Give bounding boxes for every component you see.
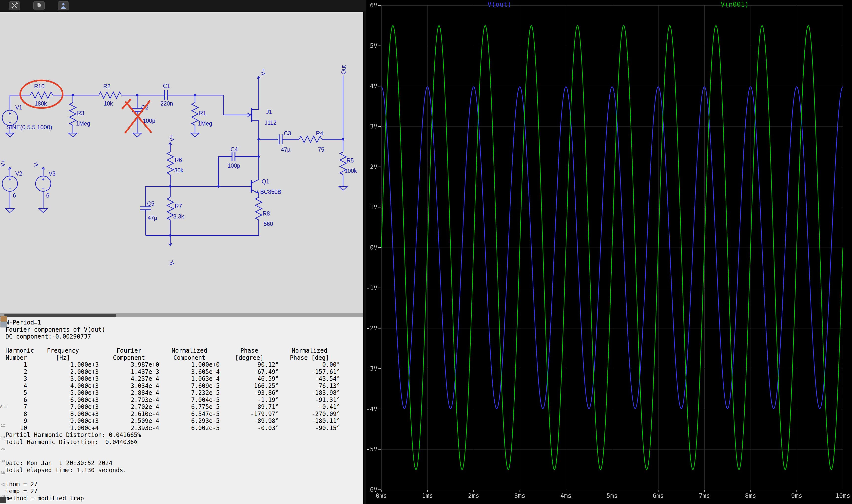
col-header: Frequency bbox=[27, 347, 99, 354]
net-label-vminus-v3: V- bbox=[33, 161, 39, 167]
ruler-number: 24 bbox=[1, 447, 5, 458]
component-value-V2: 6 bbox=[13, 192, 16, 199]
frequency-value: 8.000e+3 bbox=[27, 411, 99, 418]
hand-button[interactable] bbox=[33, 1, 45, 10]
normalized-phase: 76.13° bbox=[279, 382, 340, 390]
harmonic-number: 10 bbox=[5, 425, 27, 432]
phase-value: -0.03° bbox=[220, 425, 279, 432]
component-ref-R2: R2 bbox=[103, 83, 110, 90]
col-header: Phase [deg] bbox=[279, 354, 340, 361]
component-ref-R10: R10 bbox=[34, 83, 45, 90]
ruler-number: 36 bbox=[1, 470, 5, 482]
y-axis-tick-label: 2V bbox=[366, 163, 377, 170]
component-C4[interactable]: C4 100p bbox=[228, 146, 240, 169]
component-value-J1: J112 bbox=[265, 120, 276, 126]
component-ref-R8: R8 bbox=[263, 210, 270, 217]
normalized-component: 3.605e-4 bbox=[159, 368, 220, 376]
fourier-component: 2.509e-4 bbox=[99, 417, 159, 425]
status-corner-icon[interactable] bbox=[0, 497, 6, 503]
log-pane-titlebar[interactable] bbox=[4, 314, 116, 317]
fourier-table-row: 3 3.000e+3 4.237e-4 1.063e-4 46.59° -43.… bbox=[5, 375, 340, 382]
component-J1[interactable]: J1 J112 bbox=[252, 108, 276, 126]
net-label-vplus-r6: V+ bbox=[169, 134, 175, 142]
tools-button[interactable] bbox=[9, 1, 20, 10]
component-value-R3: 1Meg bbox=[76, 120, 90, 127]
waveform-canvas[interactable] bbox=[366, 0, 852, 504]
spice-error-log-pane: N-Period=1Fourier components of V(out)DC… bbox=[0, 313, 363, 504]
document-icon[interactable] bbox=[0, 322, 7, 327]
component-C1[interactable]: C1 220n bbox=[160, 83, 173, 107]
person-button[interactable] bbox=[58, 1, 69, 10]
log-line: temp = 27 bbox=[5, 488, 340, 495]
schematic-pane[interactable]: V1 SINE(0 5.5 1000) R10 180k R2 10k C1 2… bbox=[0, 12, 363, 313]
component-R4[interactable]: R4 75 bbox=[299, 130, 324, 153]
log-line: N-Period=1 bbox=[5, 319, 340, 326]
component-ref-J1: J1 bbox=[266, 109, 272, 115]
component-value-R7: 3.3k bbox=[173, 213, 184, 220]
col-header: [degree] bbox=[220, 354, 279, 361]
component-R2[interactable]: R2 10k bbox=[99, 83, 121, 107]
component-V3[interactable]: V3 6 bbox=[36, 170, 55, 199]
fourier-table-header-2: Number [Hz] Component Component [degree]… bbox=[5, 354, 340, 361]
log-line: Fourier components of V(out) bbox=[5, 326, 340, 334]
component-R1[interactable]: R1 1Meg bbox=[192, 103, 212, 127]
frequency-value: 4.000e+3 bbox=[27, 382, 99, 390]
phase-value: -1.19° bbox=[220, 396, 279, 404]
component-value-C4: 100p bbox=[228, 162, 240, 169]
y-axis-tick-label: 5V bbox=[366, 42, 377, 49]
component-value-C1: 220n bbox=[160, 100, 173, 107]
fourier-component: 3.034e-4 bbox=[99, 382, 159, 390]
component-V2[interactable]: V2 6 bbox=[2, 170, 22, 199]
component-R10[interactable]: R10 180k bbox=[30, 83, 53, 107]
component-value-C3: 47µ bbox=[281, 146, 291, 153]
log-line: Total Harmonic Distortion: 0.044036% bbox=[5, 439, 340, 446]
trace-label-vout[interactable]: V(out) bbox=[487, 0, 512, 8]
frequency-value: 9.000e+3 bbox=[27, 417, 99, 425]
col-header: [Hz] bbox=[27, 354, 99, 361]
col-header: Component bbox=[99, 354, 159, 361]
component-C5[interactable]: C5 47µ bbox=[140, 200, 157, 221]
x-axis-tick-label: 6ms bbox=[647, 492, 670, 499]
component-R6[interactable]: R6 30k bbox=[167, 152, 184, 175]
trace-label-vn001[interactable]: V(n001) bbox=[721, 0, 749, 8]
col-header: Fourier bbox=[99, 347, 159, 354]
cross-annotation-c2 bbox=[122, 100, 151, 133]
phase-value: 46.59° bbox=[220, 375, 279, 382]
log-lines-bottom: Partial Harmonic Distortion: 0.041665%To… bbox=[5, 432, 340, 502]
ruler-number: 30 bbox=[1, 458, 5, 470]
harmonic-number: 2 bbox=[5, 368, 27, 376]
schematic-canvas[interactable]: V1 SINE(0 5.5 1000) R10 180k R2 10k C1 2… bbox=[0, 12, 363, 313]
component-value-Q1: BC850B bbox=[260, 188, 281, 195]
side-ruler: 12182430364248 bbox=[1, 423, 5, 504]
x-axis-tick-label: 9ms bbox=[786, 492, 808, 499]
x-axis-tick-label: 3ms bbox=[509, 492, 531, 499]
normalized-component: 7.609e-5 bbox=[159, 382, 220, 390]
fourier-component: 2.393e-4 bbox=[99, 425, 159, 432]
log-text: N-Period=1Fourier components of V(out)DC… bbox=[5, 319, 340, 502]
harmonic-number: 5 bbox=[5, 389, 27, 396]
normalized-component: 7.232e-5 bbox=[159, 389, 220, 396]
col-header: Normalized bbox=[279, 347, 340, 354]
frequency-value: 6.000e+3 bbox=[27, 396, 99, 404]
component-R3[interactable]: R3 1Meg bbox=[70, 103, 90, 127]
component-R8[interactable]: R8 560 bbox=[256, 197, 273, 227]
x-axis-tick-label: 4ms bbox=[555, 492, 577, 499]
x-axis-tick-label: 7ms bbox=[693, 492, 715, 499]
hand-icon bbox=[35, 2, 43, 9]
net-label-out: Out bbox=[340, 65, 347, 74]
x-axis-tick-label: 10ms bbox=[832, 492, 852, 499]
component-value-R10: 180k bbox=[35, 100, 47, 107]
component-R5[interactable]: R5 100k bbox=[340, 152, 357, 175]
component-ref-R5: R5 bbox=[347, 157, 354, 164]
y-axis-tick-label: -5V bbox=[366, 446, 377, 453]
component-ref-Q1: Q1 bbox=[262, 178, 269, 185]
fourier-table-row: 2 2.000e+3 1.437e-3 3.605e-4 -67.49° -15… bbox=[5, 368, 340, 376]
component-ref-R1: R1 bbox=[199, 110, 206, 116]
log-line bbox=[5, 474, 340, 481]
component-C3[interactable]: C3 47µ bbox=[279, 130, 291, 153]
folder-icon[interactable] bbox=[0, 316, 7, 322]
y-axis-tick-label: -3V bbox=[366, 365, 377, 372]
fourier-component: 1.437e-3 bbox=[99, 368, 159, 376]
waveform-pane[interactable]: V(out) V(n001) 6V5V4V3V2V1V0V-1V-2V-3V-4… bbox=[366, 0, 852, 504]
component-R7[interactable]: R7 3.3k bbox=[167, 197, 184, 220]
